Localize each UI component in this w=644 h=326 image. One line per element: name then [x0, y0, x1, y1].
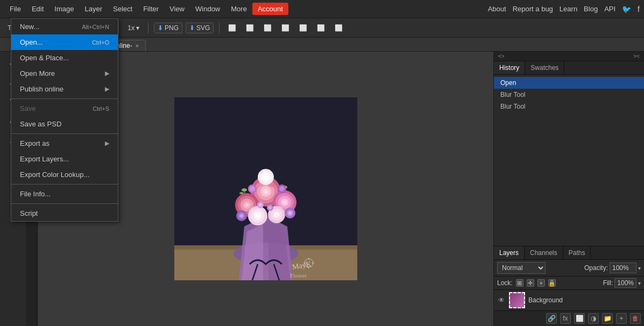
open-label: Open...	[20, 38, 43, 46]
lock-transform-icon[interactable]: ✛	[527, 279, 534, 287]
api-link[interactable]: API	[604, 5, 615, 13]
lock-all-icon[interactable]: 🔒	[548, 279, 556, 287]
menu-open-place[interactable]: Open & Place...	[11, 50, 118, 66]
adjustment-btn[interactable]: ◑	[588, 313, 599, 324]
menu-file-info[interactable]: File Info...	[11, 186, 118, 202]
group-btn[interactable]: 📁	[602, 313, 613, 324]
layers-panel: Layers Channels Paths Normal Multiply Sc…	[494, 246, 644, 326]
fill-value[interactable]: 100%	[614, 278, 636, 288]
effects-btn[interactable]: fx	[560, 313, 571, 324]
export-as-arrow: ▶	[105, 140, 109, 147]
layer-name: Background	[528, 296, 563, 304]
learn-link[interactable]: Learn	[560, 5, 577, 13]
opacity-control: Opacity: 100% ▾	[584, 263, 641, 273]
open-more-label: Open More	[20, 69, 55, 77]
menu-export-as[interactable]: Export as ▶	[11, 136, 118, 151]
tab-paths[interactable]: Paths	[563, 246, 591, 259]
new-label: New...	[20, 23, 39, 31]
export-as-label: Export as	[20, 139, 49, 147]
link-layers-btn[interactable]: 🔗	[546, 313, 557, 324]
toolbar-divider-3	[148, 23, 148, 33]
layer-row[interactable]: 👁 Background	[494, 290, 644, 310]
script-label: Script	[20, 209, 38, 217]
delete-layer-btn[interactable]: 🗑	[630, 313, 641, 324]
zoom-select[interactable]: 1x▾	[124, 23, 143, 33]
right-panel: <> >< History Swatches Open Blur Tool Bl…	[493, 52, 644, 326]
history-item-open[interactable]: Open	[494, 77, 644, 89]
toolbar-divider-2	[118, 23, 119, 33]
new-layer-btn[interactable]: +	[616, 313, 627, 324]
lock-position-icon[interactable]: +	[537, 279, 545, 287]
collapse-left-btn[interactable]: <>	[496, 53, 507, 60]
align-bottom-icon[interactable]: ⬜	[314, 23, 328, 33]
facebook-icon[interactable]: f	[638, 5, 640, 13]
layer-visibility-toggle[interactable]: 👁	[497, 296, 506, 304]
menu-new[interactable]: New... Alt+Ctrl+N	[11, 19, 118, 34]
fill-label: Fill:	[603, 279, 613, 287]
align-right-icon[interactable]: ⬜	[260, 23, 275, 33]
file-dropdown: New... Alt+Ctrl+N Open... Ctrl+O Open & …	[11, 18, 118, 222]
distribute-icon[interactable]: ⬜	[331, 23, 346, 33]
about-link[interactable]: About	[488, 5, 506, 13]
lock-label: Lock:	[497, 279, 513, 287]
menu-publish-online[interactable]: Publish online ▶	[11, 81, 118, 97]
history-item-blur1[interactable]: Blur Tool	[494, 89, 644, 101]
menu-script[interactable]: Script	[11, 205, 118, 221]
save-psd-label: Save as PSD	[20, 120, 61, 128]
menu-file[interactable]: File	[4, 3, 26, 15]
report-bug-link[interactable]: Report a bug	[513, 5, 553, 13]
menu-view[interactable]: View	[164, 3, 190, 15]
menu-open[interactable]: Open... Ctrl+O	[11, 34, 118, 50]
svg-point-40	[262, 173, 270, 181]
blend-mode-select[interactable]: Normal Multiply Screen Overlay	[497, 262, 546, 274]
svg-point-52	[259, 203, 262, 207]
tab-layers[interactable]: Layers	[494, 246, 525, 259]
tab-swatches[interactable]: Swatches	[525, 61, 564, 74]
menu-account[interactable]: Account	[252, 3, 288, 15]
png-button[interactable]: ⬇ PNG	[154, 23, 182, 33]
history-tabs: History Swatches	[494, 61, 644, 75]
menu-more[interactable]: More	[225, 3, 252, 15]
menu-edit[interactable]: Edit	[26, 3, 49, 15]
menu-export-color[interactable]: Export Color Lookup...	[11, 167, 118, 182]
opacity-arrow[interactable]: ▾	[638, 265, 641, 271]
history-item-blur2[interactable]: Blur Tool	[494, 101, 644, 112]
open-more-arrow: ▶	[105, 70, 109, 77]
menu-open-more[interactable]: Open More ▶	[11, 66, 118, 81]
menu-save-psd[interactable]: Save as PSD	[11, 116, 118, 132]
collapse-right-btn[interactable]: ><	[631, 53, 642, 60]
svg-point-12	[242, 188, 247, 192]
mask-btn[interactable]: ⬜	[574, 313, 585, 324]
align-left-icon[interactable]: ⬜	[225, 23, 239, 33]
lock-pixels-icon[interactable]: ⊞	[516, 279, 523, 287]
right-collapse: <> ><	[494, 52, 644, 61]
menubar: File Edit Image Layer Select Filter View…	[0, 0, 644, 18]
svg-point-34	[256, 214, 260, 218]
save-label: Save	[20, 104, 36, 112]
opacity-label: Opacity:	[584, 264, 608, 272]
tab-channels[interactable]: Channels	[525, 246, 563, 259]
svg-point-20	[263, 189, 268, 194]
menu-layer[interactable]: Layer	[80, 3, 108, 15]
align-center-icon[interactable]: ⬜	[243, 23, 257, 33]
svg-button[interactable]: ⬇ SVG	[186, 23, 214, 33]
opacity-value[interactable]: 100%	[610, 263, 636, 273]
publish-arrow: ▶	[105, 86, 109, 93]
tab-history[interactable]: History	[494, 61, 525, 74]
align-middle-icon[interactable]: ⬜	[296, 23, 310, 33]
menu-window[interactable]: Window	[190, 3, 225, 15]
blog-link[interactable]: Blog	[584, 5, 598, 13]
menu-select[interactable]: Select	[108, 3, 138, 15]
twitter-icon[interactable]: 🐦	[622, 5, 631, 13]
menu-export-layers[interactable]: Export Layers...	[11, 151, 118, 167]
align-top-icon[interactable]: ⬜	[278, 23, 293, 33]
svg-point-48	[250, 186, 255, 192]
open-shortcut: Ctrl+O	[92, 39, 109, 46]
menu-filter[interactable]: Filter	[138, 3, 164, 15]
svg-point-30	[283, 201, 286, 204]
menu-image[interactable]: Image	[49, 3, 79, 15]
tab-close-button[interactable]: ×	[136, 42, 139, 49]
history-panel: History Swatches Open Blur Tool Blur Too…	[494, 61, 644, 246]
fill-arrow[interactable]: ▾	[638, 280, 641, 286]
layers-controls: Normal Multiply Screen Overlay Opacity: …	[494, 260, 644, 277]
